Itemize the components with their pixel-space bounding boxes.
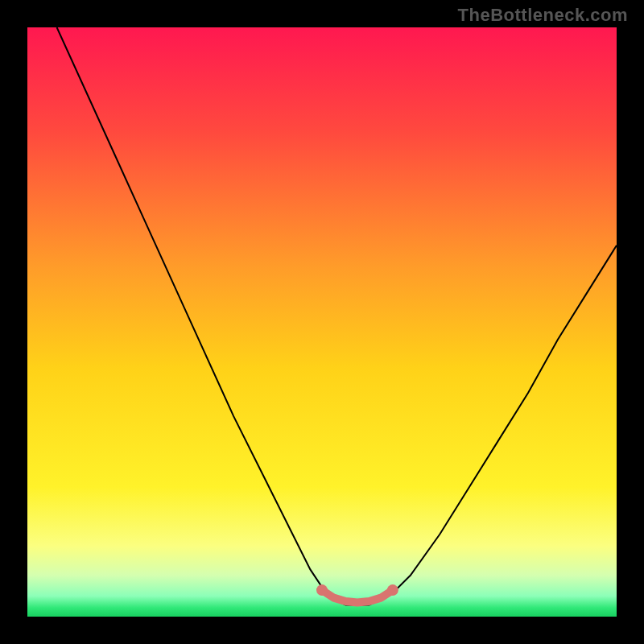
chart-svg [27, 27, 617, 617]
marker-dot [387, 584, 398, 596]
plot-area [27, 27, 617, 617]
marker-dot [316, 584, 328, 596]
watermark-text: TheBottleneck.com [458, 5, 628, 26]
gradient-background [27, 27, 617, 617]
chart-frame: TheBottleneck.com [0, 0, 644, 644]
